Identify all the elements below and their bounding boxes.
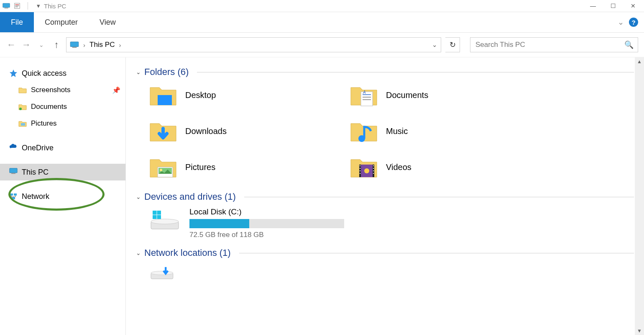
svg-rect-4 — [15, 5, 19, 6]
svg-rect-43 — [157, 211, 161, 214]
tree-quick-access[interactable]: Quick access — [0, 65, 125, 82]
address-bar[interactable]: › This PC › ⌄ — [66, 37, 441, 52]
chevron-down-icon[interactable]: ⌄ — [136, 250, 141, 256]
scroll-down-icon[interactable]: ▼ — [635, 327, 644, 335]
svg-point-9 — [19, 108, 22, 110]
svg-rect-34 — [360, 173, 360, 174]
scroll-up-icon[interactable]: ▲ — [635, 57, 644, 66]
drive-local-disk-c[interactable]: Local Disk (C:) 72.5 GB free of 118 GB — [148, 207, 634, 239]
svg-rect-14 — [14, 193, 17, 196]
tree-label: Network — [22, 192, 49, 201]
section-drives-header[interactable]: ⌄ Devices and drives (1) — [136, 191, 634, 202]
svg-rect-38 — [373, 173, 374, 174]
drive-icon — [148, 207, 181, 232]
search-box[interactable]: 🔍 — [470, 37, 638, 52]
address-pc-icon — [70, 41, 79, 48]
svg-rect-37 — [373, 170, 374, 171]
network-location-item[interactable] — [148, 263, 634, 282]
svg-marker-8 — [10, 70, 17, 77]
minimize-button[interactable]: — — [588, 3, 598, 9]
nav-back-button[interactable]: ← — [6, 39, 17, 50]
folder-icon — [148, 155, 178, 180]
vertical-scrollbar[interactable]: ▲ ▼ — [635, 57, 644, 335]
svg-rect-19 — [363, 97, 371, 98]
ribbon-collapse-icon[interactable]: ⌄ — [618, 18, 624, 27]
svg-point-49 — [151, 271, 173, 275]
section-title: Devices and drives (1) — [144, 191, 236, 202]
folder-icon — [148, 119, 178, 144]
svg-rect-35 — [373, 165, 374, 166]
maximize-button[interactable]: ☐ — [608, 3, 618, 9]
titlebar: ▾ This PC — ☐ ✕ — [0, 0, 644, 12]
tree-network[interactable]: Network — [0, 188, 125, 205]
folder-icon — [18, 103, 27, 111]
svg-point-40 — [151, 219, 179, 224]
tree-label: Pictures — [31, 119, 56, 128]
app-icon — [3, 2, 10, 10]
tree-this-pc[interactable]: This PC — [0, 164, 125, 180]
qat-dropdown-icon[interactable]: ▾ — [35, 2, 42, 10]
folder-icon — [349, 155, 378, 180]
svg-rect-20 — [363, 99, 371, 100]
tree-onedrive[interactable]: OneDrive — [0, 139, 125, 156]
nav-up-button[interactable]: ↑ — [51, 39, 62, 50]
navigation-bar: ← → ⌄ ↑ › This PC › ⌄ ↻ 🔍 — [0, 33, 644, 57]
folder-label: Downloads — [185, 126, 227, 136]
tree-item-screenshots[interactable]: Screenshots 📌 — [0, 82, 125, 98]
chevron-right-icon[interactable]: › — [83, 41, 85, 49]
navigation-pane: Quick access Screenshots 📌 Documents Pic… — [0, 57, 126, 335]
svg-rect-31 — [360, 165, 360, 166]
section-title: Network locations (1) — [144, 247, 231, 258]
svg-rect-13 — [10, 193, 13, 196]
svg-rect-6 — [70, 42, 79, 47]
chevron-down-icon[interactable]: ⌄ — [136, 193, 141, 200]
refresh-button[interactable]: ↻ — [445, 37, 460, 52]
star-icon — [9, 69, 18, 77]
folder-music[interactable]: Music — [349, 119, 550, 144]
drive-free-text: 72.5 GB free of 118 GB — [189, 231, 344, 239]
chevron-down-icon[interactable]: ⌄ — [136, 69, 141, 75]
qat-properties-icon[interactable] — [13, 2, 21, 10]
folder-pictures[interactable]: Pictures — [148, 155, 349, 180]
folder-desktop[interactable]: Desktop — [148, 82, 349, 108]
address-dropdown-icon[interactable]: ⌄ — [432, 41, 437, 49]
svg-rect-10 — [21, 123, 25, 126]
folder-documents[interactable]: A Documents — [349, 82, 550, 108]
folder-label: Desktop — [185, 90, 216, 100]
nav-forward-button[interactable]: → — [21, 39, 32, 50]
breadcrumb-segment[interactable]: This PC — [89, 41, 115, 49]
network-drive-icon — [148, 263, 178, 282]
svg-rect-12 — [11, 173, 15, 174]
drive-usage-bar — [189, 219, 344, 228]
folder-label: Documents — [386, 90, 428, 100]
svg-rect-3 — [15, 4, 19, 5]
tree-label: Quick access — [22, 69, 66, 78]
section-network-locations-header[interactable]: ⌄ Network locations (1) — [136, 247, 634, 258]
drive-name: Local Disk (C:) — [189, 207, 344, 216]
folder-downloads[interactable]: Downloads — [148, 119, 349, 144]
svg-text:A: A — [363, 90, 366, 95]
folder-icon: A — [349, 82, 378, 108]
folder-label: Pictures — [185, 162, 215, 172]
tab-file[interactable]: File — [0, 12, 34, 32]
tab-view[interactable]: View — [89, 12, 127, 32]
tab-computer[interactable]: Computer — [34, 12, 89, 32]
tree-label: Documents — [31, 103, 67, 111]
content-pane: ⌄ Folders (6) Desktop A Documents — [126, 57, 644, 335]
drive-usage-fill — [189, 219, 249, 228]
svg-rect-45 — [157, 215, 161, 219]
search-icon[interactable]: 🔍 — [624, 40, 634, 49]
close-button[interactable]: ✕ — [628, 3, 638, 9]
folder-videos[interactable]: Videos — [349, 155, 550, 180]
svg-rect-11 — [10, 168, 17, 173]
tree-item-documents[interactable]: Documents — [0, 98, 125, 115]
svg-rect-32 — [360, 168, 360, 169]
folder-icon — [349, 119, 378, 144]
help-icon[interactable]: ? — [629, 18, 638, 27]
chevron-right-icon[interactable]: › — [119, 41, 121, 49]
nav-recent-dropdown[interactable]: ⌄ — [36, 41, 47, 48]
search-input[interactable] — [475, 40, 624, 49]
section-folders-header[interactable]: ⌄ Folders (6) — [136, 67, 634, 77]
folder-icon — [18, 119, 27, 128]
tree-item-pictures[interactable]: Pictures — [0, 115, 125, 132]
